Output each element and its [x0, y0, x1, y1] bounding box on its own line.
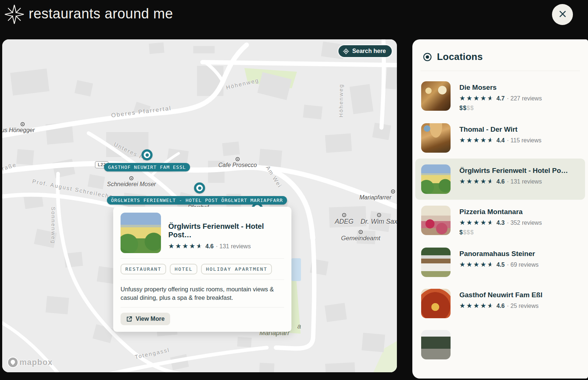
category-tag: HOLIDAY APARTMENT [201, 264, 272, 274]
map-pill-gasthof[interactable]: GASTHOF NEUWIRT FAM ESSL [104, 163, 190, 171]
locations-list: Die Mosers ★★★★★★★★★★ 4.7 · 227 reviews … [412, 71, 588, 365]
poi-label: Cafe Prosecco [218, 157, 257, 168]
poi-dot-icon [391, 189, 395, 193]
location-photo [421, 289, 451, 318]
poi-dot-icon [342, 213, 346, 217]
list-item-thomal[interactable]: Thomal - Der Wirt ★★★★★★★★★★ 4.4 · 115 r… [415, 117, 585, 159]
map[interactable]: Oberes Pfarrertal Unteres Pf Höhenweg Hö… [2, 39, 397, 372]
location-photo [421, 248, 451, 277]
location-photo [421, 330, 451, 359]
search-here-button[interactable]: Search here [338, 45, 392, 57]
close-button[interactable] [552, 4, 573, 25]
area-label: a [297, 323, 301, 330]
poi-dot-icon [129, 176, 133, 180]
location-photo [421, 81, 451, 111]
list-item-oerglwirts[interactable]: Örglwirts Ferienwelt - Hotel Po… ★★★★★★★… [415, 159, 585, 200]
rating-value: 4.6 [205, 243, 214, 250]
divider [121, 280, 284, 280]
list-item-partial[interactable] [415, 324, 585, 365]
location-photo [421, 123, 451, 153]
close-icon [558, 10, 567, 19]
poi-dot-icon [377, 213, 381, 217]
location-popup: Örglwirts Ferienwelt - Hotel Post… ★★★★★… [113, 207, 291, 332]
list-item-pizzeria-montanara[interactable]: Pizzeria Montanara ★★★★★★★★★★ 4.3 · 352 … [415, 200, 585, 242]
mapbox-wordmark: mapbox [19, 358, 53, 367]
external-link-icon [126, 316, 132, 322]
poi-label: Dr. Wim Sax [361, 213, 397, 225]
poi-label: ADEG [335, 213, 354, 225]
category-tag: RESTAURANT [121, 264, 166, 274]
map-marker-gasthof[interactable] [141, 149, 153, 160]
locations-target-icon [423, 52, 432, 62]
popup-photo [121, 213, 161, 253]
category-tag: HOTEL [170, 264, 197, 274]
divider [121, 258, 284, 259]
view-more-button[interactable]: View More [121, 313, 170, 325]
price-level: $$$$ [459, 229, 542, 236]
star-rating: ★★★★★★★★★★ [459, 219, 494, 226]
app-header: restaurants around me [0, 0, 588, 39]
mapbox-icon [8, 358, 18, 367]
poi-label: Schneiderei Moser [107, 176, 156, 188]
star-rating: ★★★★★★★★★★ [459, 95, 494, 102]
crosshair-icon [343, 48, 349, 54]
map-marker-oerglwirts[interactable] [194, 182, 205, 193]
poi-label: Gemeindeamt [341, 230, 380, 242]
list-item-die-mosers[interactable]: Die Mosers ★★★★★★★★★★ 4.7 · 227 reviews … [415, 75, 585, 117]
star-rating: ★★★★★★★★★★ [459, 178, 494, 185]
poi-label: Mariapfarrer [356, 189, 395, 201]
popup-title: Örglwirts Ferienwelt - Hotel Post… [168, 222, 284, 239]
page-title: restaurants around me [29, 6, 173, 22]
list-item-gasthof-neuwirt[interactable]: Gasthof Neuwirt Fam Eßl ★★★★★★★★★★ 4.6 ·… [415, 283, 585, 324]
street-label: Höhenweg [338, 84, 344, 117]
sidebar-title: Locations [437, 51, 483, 63]
map-attribution[interactable]: mapbox [8, 358, 53, 367]
app-logo-star-icon [4, 4, 24, 24]
locations-sidebar: Locations Die Mosers ★★★★★★★★★★ 4.7 · 22… [412, 39, 588, 379]
popup-description: Unfussy property offering rustic rooms, … [121, 285, 284, 302]
star-rating: ★★★★★★★★★★ [459, 137, 494, 144]
star-rating: ★★★★★★★★★★ [168, 243, 203, 250]
poi-dot-icon [359, 230, 363, 234]
list-item-panoramahaus[interactable]: Panoramahaus Steiner ★★★★★★★★★★ 4.5 · 69… [415, 242, 585, 283]
star-rating: ★★★★★★★★★★ [459, 302, 494, 309]
map-pill-oerglwirts[interactable]: ÖRGLWIRTS FERIENWELT - HOTEL POST ÖRGLWI… [107, 196, 287, 205]
divider [121, 307, 284, 308]
poi-dot-icon [21, 122, 25, 126]
location-photo [421, 206, 451, 235]
poi-dot-icon [236, 157, 240, 161]
street-label: Sonnenweg [50, 207, 57, 244]
location-photo [421, 164, 451, 194]
star-rating: ★★★★★★★★★★ [459, 261, 494, 268]
poi-label: aus Hönegger [2, 122, 35, 134]
price-level: $$$$ [459, 105, 542, 111]
review-count: · 131 reviews [216, 243, 251, 250]
